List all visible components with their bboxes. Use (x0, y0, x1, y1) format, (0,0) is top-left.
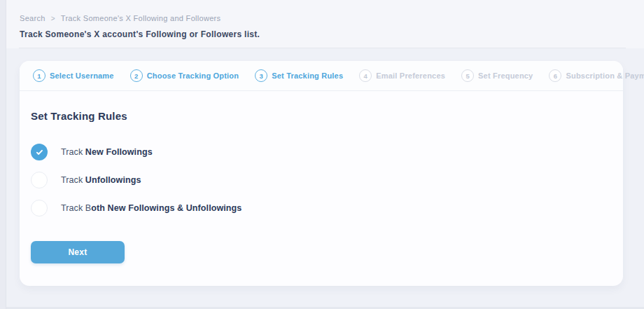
section-title: Set Tracking Rules (31, 110, 612, 122)
breadcrumb-current: Track Someone's X Following and Follower… (61, 14, 221, 22)
option-label-bold: New Followings (85, 147, 153, 157)
step-2-number: 2 (130, 69, 143, 82)
option-label-bold: oth New Followings & Unfollowings (91, 203, 241, 213)
breadcrumb: Search > Track Someone's X Following and… (20, 14, 260, 22)
step-4-number: 4 (359, 69, 372, 82)
step-3-label: Set Tracking Rules (272, 71, 343, 80)
option-track-both[interactable]: Track Both New Followings & Unfollowings (31, 200, 612, 217)
radio-unselected[interactable] (31, 200, 48, 217)
breadcrumb-link-search[interactable]: Search (20, 14, 46, 22)
option-label: Track Unfollowings (61, 175, 141, 185)
option-label-prefix: Track (61, 175, 85, 185)
header-divider (19, 48, 626, 48)
step-3-number: 3 (255, 69, 267, 82)
wizard-card-body: Set Tracking Rules Track New Followings … (20, 91, 623, 263)
step-6-subscription-payment[interactable]: 6 Subscription & Payment (549, 69, 644, 82)
step-6-number: 6 (549, 69, 561, 82)
page-header: Search > Track Someone's X Following and… (20, 14, 260, 39)
radio-unselected[interactable] (31, 172, 48, 188)
check-icon (35, 148, 44, 157)
option-label-bold: Unfollowings (85, 175, 141, 185)
page-subtitle: Track Someone's X account's Following or… (20, 29, 260, 39)
wizard-stepper: 1 Select Username 2 Choose Tracking Opti… (20, 61, 623, 91)
step-1-label: Select Username (50, 71, 114, 80)
step-1-select-username[interactable]: 1 Select Username (33, 69, 114, 82)
step-6-label: Subscription & Payment (566, 71, 644, 80)
next-button[interactable]: Next (31, 241, 125, 263)
step-5-number: 5 (461, 69, 474, 82)
tracking-rule-options: Track New Followings Track Unfollowings … (31, 144, 612, 217)
option-track-unfollowings[interactable]: Track Unfollowings (31, 172, 612, 188)
step-4-label: Email Preferences (376, 71, 445, 80)
breadcrumb-separator-icon: > (51, 15, 55, 22)
option-label: Track Both New Followings & Unfollowings (61, 203, 241, 213)
page: Search > Track Someone's X Following and… (0, 0, 644, 309)
step-4-email-preferences[interactable]: 4 Email Preferences (359, 69, 445, 82)
radio-selected[interactable] (31, 144, 48, 160)
step-5-label: Set Frequency (478, 71, 533, 80)
step-2-choose-tracking-option[interactable]: 2 Choose Tracking Option (130, 69, 239, 82)
option-track-new-followings[interactable]: Track New Followings (31, 144, 612, 160)
page-left-gutter (0, 0, 6, 309)
step-5-set-frequency[interactable]: 5 Set Frequency (461, 69, 533, 82)
option-label: Track New Followings (61, 147, 153, 157)
option-label-prefix: Track B (61, 203, 91, 213)
step-1-number: 1 (33, 69, 46, 82)
wizard-card: 1 Select Username 2 Choose Tracking Opti… (20, 61, 623, 286)
option-label-prefix: Track (61, 147, 85, 157)
step-2-label: Choose Tracking Option (147, 71, 239, 80)
step-3-set-tracking-rules[interactable]: 3 Set Tracking Rules (255, 69, 343, 82)
